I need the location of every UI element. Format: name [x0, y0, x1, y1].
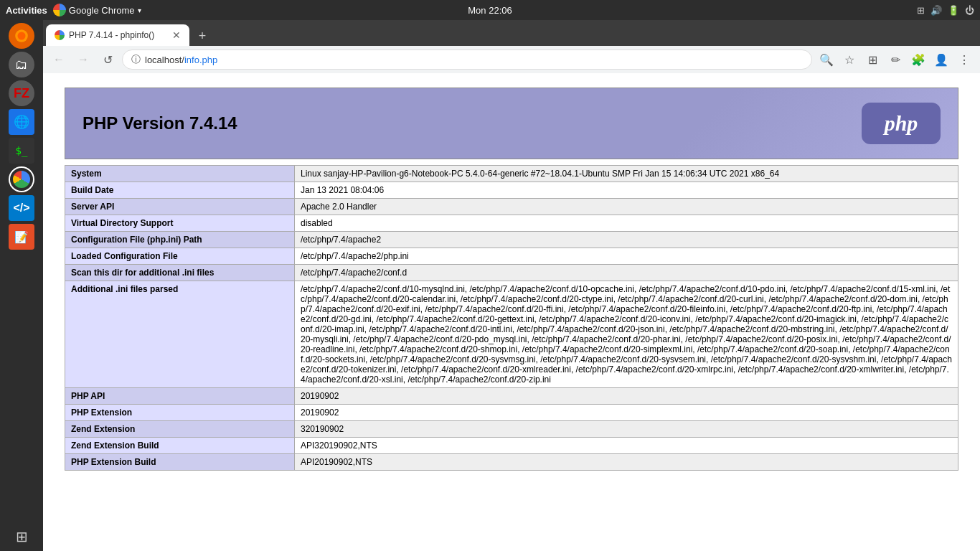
lock-icon: ⓘ: [131, 53, 141, 66]
address-path: info.php: [184, 55, 217, 65]
svg-point-1: [18, 32, 26, 40]
row-label: Server API: [65, 199, 295, 215]
sidebar-item-filezilla[interactable]: FZ: [9, 80, 34, 106]
table-row: PHP Extension20190902: [65, 405, 958, 421]
bookmark-button[interactable]: ☆: [839, 50, 859, 70]
row-value: Jan 13 2021 08:04:06: [295, 182, 958, 199]
table-row: Build DateJan 13 2021 08:04:06: [65, 182, 958, 199]
row-value: /etc/php/7.4/apache2/php.ini: [295, 248, 958, 265]
row-value: 20190902: [295, 388, 958, 405]
address-url: localhost/info.php: [145, 55, 217, 65]
row-value: disabled: [295, 215, 958, 232]
php-version: PHP Version 7.4.14: [83, 113, 237, 133]
search-button[interactable]: 🔍: [816, 50, 837, 70]
chrome-favicon-icon: [53, 4, 66, 17]
table-row: Loaded Configuration File/etc/php/7.4/ap…: [65, 248, 958, 265]
table-row: Additional .ini files parsed/etc/php/7.4…: [65, 281, 958, 388]
chrome-app-label[interactable]: Google Chrome: [69, 5, 135, 16]
sidebar-item-apps[interactable]: ⊞: [16, 528, 28, 545]
tab-phpinfo[interactable]: PHP 7.4.14 - phpinfo() ✕: [46, 24, 189, 46]
row-value: /etc/php/7.4/apache2/conf.d: [295, 265, 958, 281]
tab-bar: PHP 7.4.14 - phpinfo() ✕ +: [43, 20, 980, 46]
forward-button[interactable]: →: [73, 50, 93, 70]
sidebar: 🗂 FZ 🌐 $_ </> 📝 ⊞: [0, 20, 43, 551]
table-row: PHP Extension BuildAPI20190902,NTS: [65, 454, 958, 471]
reload-button[interactable]: ↺: [98, 50, 118, 70]
activities-label[interactable]: Activities: [6, 5, 47, 16]
row-label: Additional .ini files parsed: [65, 281, 295, 388]
row-label: Zend Extension Build: [65, 438, 295, 454]
table-row: Server APIApache 2.0 Handler: [65, 199, 958, 215]
browser-window: PHP 7.4.14 - phpinfo() ✕ + ← → ↺ ⓘ local…: [43, 20, 980, 551]
extensions-button[interactable]: ⊞: [862, 50, 882, 70]
volume-icon[interactable]: 🔊: [930, 5, 942, 16]
tab-title: PHP 7.4.14 - phpinfo(): [69, 30, 168, 40]
row-value: /etc/php/7.4/apache2: [295, 232, 958, 248]
table-row: Scan this dir for additional .ini files/…: [65, 265, 958, 281]
display-icon[interactable]: ⊞: [917, 5, 925, 16]
tab-close-button[interactable]: ✕: [172, 29, 181, 41]
taskbar: Activities Google Chrome ▾ Mon 22:06 ⊞ 🔊…: [0, 0, 980, 20]
table-row: Virtual Directory Supportdisabled: [65, 215, 958, 232]
puzzle-button[interactable]: 🧩: [908, 50, 928, 70]
clock-display: Mon 22:06: [468, 5, 512, 16]
row-label: Zend Extension: [65, 421, 295, 438]
sidebar-item-vscode[interactable]: </>: [9, 195, 34, 221]
phpinfo-header: PHP Version 7.4.14 php: [65, 88, 958, 159]
power-icon[interactable]: ⏻: [965, 5, 974, 16]
row-label: PHP Extension: [65, 405, 295, 421]
row-value: API320190902,NTS: [295, 438, 958, 454]
row-label: Loaded Configuration File: [65, 248, 295, 265]
sidebar-item-firefox[interactable]: [9, 23, 34, 49]
nav-actions: 🔍 ☆ ⊞ ✏ 🧩 👤 ⋮: [816, 50, 974, 70]
avatar-button[interactable]: 👤: [931, 50, 951, 70]
row-label: Build Date: [65, 182, 295, 199]
php-logo: php: [862, 103, 941, 144]
battery-icon[interactable]: 🔋: [948, 5, 959, 16]
back-button[interactable]: ←: [49, 50, 69, 70]
row-value: Apache 2.0 Handler: [295, 199, 958, 215]
table-row: SystemLinux sanjay-HP-Pavilion-g6-Notebo…: [65, 166, 958, 182]
nav-bar: ← → ↺ ⓘ localhost/info.php 🔍 ☆ ⊞ ✏ 🧩 👤 ⋮: [43, 46, 980, 73]
row-value: Linux sanjay-HP-Pavilion-g6-Notebook-PC …: [295, 166, 958, 182]
row-label: Scan this dir for additional .ini files: [65, 265, 295, 281]
menu-button[interactable]: ⋮: [954, 50, 974, 70]
sidebar-item-terminal[interactable]: $_: [9, 138, 34, 164]
row-label: PHP API: [65, 388, 295, 405]
phpinfo-table: SystemLinux sanjay-HP-Pavilion-g6-Notebo…: [65, 165, 958, 471]
row-value: 320190902: [295, 421, 958, 438]
row-label: PHP Extension Build: [65, 454, 295, 471]
row-label: Configuration File (php.ini) Path: [65, 232, 295, 248]
table-row: Configuration File (php.ini) Path/etc/ph…: [65, 232, 958, 248]
new-tab-button[interactable]: +: [192, 26, 212, 46]
chevron-down-icon[interactable]: ▾: [138, 6, 141, 14]
sidebar-item-texteditor[interactable]: 📝: [9, 224, 34, 250]
row-value: API20190902,NTS: [295, 454, 958, 471]
address-bar[interactable]: ⓘ localhost/info.php: [122, 50, 812, 70]
sidebar-item-app1[interactable]: 🌐: [9, 109, 34, 135]
table-row: PHP API20190902: [65, 388, 958, 405]
table-row: Zend Extension BuildAPI320190902,NTS: [65, 438, 958, 454]
pen-button[interactable]: ✏: [885, 50, 905, 70]
sidebar-item-chrome[interactable]: [9, 166, 34, 192]
row-label: System: [65, 166, 295, 182]
page-content: PHP Version 7.4.14 php SystemLinux sanja…: [43, 73, 980, 551]
row-value: 20190902: [295, 405, 958, 421]
php-logo-text: php: [885, 111, 918, 136]
row-value: /etc/php/7.4/apache2/conf.d/10-mysqlnd.i…: [295, 281, 958, 388]
sidebar-item-files[interactable]: 🗂: [9, 52, 34, 77]
table-row: Zend Extension320190902: [65, 421, 958, 438]
tab-favicon-icon: [55, 30, 65, 40]
system-tray: ⊞ 🔊 🔋 ⏻: [917, 5, 974, 16]
row-label: Virtual Directory Support: [65, 215, 295, 232]
